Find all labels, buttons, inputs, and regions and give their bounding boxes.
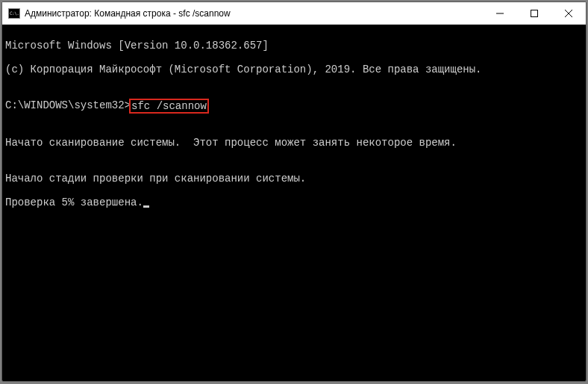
cursor	[143, 205, 149, 208]
titlebar[interactable]: C:\. Администратор: Командная строка - s…	[2, 2, 586, 25]
progress-text: Проверка 5% завершена.	[5, 196, 143, 208]
console-output[interactable]: Microsoft Windows [Version 10.0.18362.65…	[2, 25, 586, 381]
command-prompt-window: C:\. Администратор: Командная строка - s…	[1, 1, 587, 382]
console-line: Проверка 5% завершена.	[5, 196, 583, 208]
close-button[interactable]	[551, 2, 586, 24]
maximize-icon	[531, 10, 538, 17]
svg-rect-1	[531, 10, 538, 16]
prompt-line: C:\WINDOWS\system32>sfc /scannow	[5, 99, 583, 113]
command-highlight: sfc /scannow	[130, 99, 208, 113]
console-line: Начато сканирование системы. Этот процес…	[5, 137, 583, 149]
cmd-icon: C:\.	[8, 8, 20, 19]
console-line: Начало стадии проверки при сканировании …	[5, 173, 583, 185]
maximize-button[interactable]	[517, 2, 551, 24]
close-icon	[565, 10, 572, 17]
window-title: Администратор: Командная строка - sfc /s…	[25, 8, 483, 19]
prompt-text: C:\WINDOWS\system32>	[5, 99, 131, 111]
minimize-icon	[496, 10, 504, 17]
console-line: Microsoft Windows [Version 10.0.18362.65…	[5, 40, 583, 52]
window-controls	[483, 2, 586, 24]
console-line: (c) Корпорация Майкрософт (Microsoft Cor…	[5, 64, 583, 75]
minimize-button[interactable]	[483, 2, 517, 24]
